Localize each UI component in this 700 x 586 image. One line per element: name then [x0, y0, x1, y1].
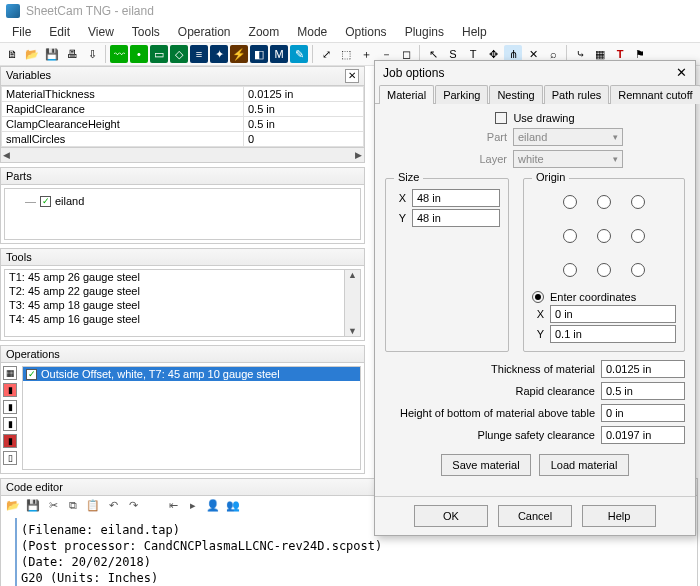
origin-point[interactable] [597, 229, 611, 243]
menu-help[interactable]: Help [454, 23, 495, 41]
origin-point[interactable] [597, 195, 611, 209]
open-icon[interactable]: 📂 [23, 45, 41, 63]
origin-point[interactable] [563, 195, 577, 209]
runfast-icon[interactable]: 👥 [225, 499, 241, 515]
save-icon[interactable]: 💾 [43, 45, 61, 63]
var-name[interactable]: RapidClearance [2, 102, 244, 117]
origin-point[interactable] [631, 195, 645, 209]
operations-list[interactable]: ✓ Outside Offset, white, T7: 45 amp 10 g… [22, 366, 361, 470]
save-material-button[interactable]: Save material [441, 454, 531, 476]
step-back-icon[interactable]: ⇤ [165, 499, 181, 515]
menu-view[interactable]: View [80, 23, 122, 41]
var-name[interactable]: MaterialThickness [2, 87, 244, 102]
var-value[interactable]: 0.5 in [244, 117, 364, 132]
use-drawing-checkbox[interactable] [495, 112, 507, 124]
open-icon[interactable]: 📂 [5, 499, 21, 515]
origin-point[interactable] [631, 263, 645, 277]
zoom-job-icon[interactable]: ⬚ [337, 45, 355, 63]
tabs-icon[interactable]: ≡ [190, 45, 208, 63]
menu-edit[interactable]: Edit [41, 23, 78, 41]
menu-file[interactable]: File [4, 23, 39, 41]
list-item[interactable]: T1: 45 amp 26 gauge steel [5, 270, 360, 284]
op-more-icon[interactable]: ▯ [3, 451, 17, 465]
pocket-icon[interactable]: ▭ [150, 45, 168, 63]
var-value[interactable]: 0.5 in [244, 102, 364, 117]
origin-point[interactable] [631, 229, 645, 243]
var-value[interactable]: 0.0125 in [244, 87, 364, 102]
list-item[interactable]: T3: 45 amp 18 gauge steel [5, 298, 360, 312]
postmacro-icon[interactable]: M [270, 45, 288, 63]
layer-combo[interactable]: white [513, 150, 623, 168]
ok-button[interactable]: OK [414, 505, 488, 527]
edit-contours-icon[interactable]: ✎ [290, 45, 308, 63]
zoom-extent-icon[interactable]: ⤢ [317, 45, 335, 63]
menu-operation[interactable]: Operation [170, 23, 239, 41]
var-value[interactable]: 0 [244, 132, 364, 147]
save-icon[interactable]: 💾 [25, 499, 41, 515]
checkbox-icon[interactable]: ✓ [40, 196, 51, 207]
tab-remnant-cutoff[interactable]: Remnant cutoff [610, 85, 700, 104]
menu-mode[interactable]: Mode [289, 23, 335, 41]
load-material-button[interactable]: Load material [539, 454, 629, 476]
tab-nesting[interactable]: Nesting [489, 85, 542, 104]
list-item[interactable]: T4: 45 amp 16 gauge steel [5, 312, 360, 326]
thickness-input[interactable]: 0.0125 in [601, 360, 685, 378]
tree-item[interactable]: — ✓ eiland [25, 195, 354, 207]
horizontal-scrollbar[interactable]: ◀▶ [1, 147, 364, 162]
cancel-button[interactable]: Cancel [498, 505, 572, 527]
redo-icon[interactable]: ↷ [125, 499, 141, 515]
vertical-scrollbar[interactable]: ▲▼ [344, 270, 360, 336]
copy-icon[interactable]: ⧉ [65, 499, 81, 515]
size-x-input[interactable]: 48 in [412, 189, 500, 207]
origin-point[interactable] [597, 263, 611, 277]
tab-parking[interactable]: Parking [435, 85, 488, 104]
op-new-icon[interactable]: ▦ [3, 366, 17, 380]
tab-material[interactable]: Material [379, 85, 434, 104]
drill-icon[interactable]: • [130, 45, 148, 63]
parts-tree[interactable]: — ✓ eiland [4, 188, 361, 240]
list-item[interactable]: ✓ Outside Offset, white, T7: 45 amp 10 g… [23, 367, 360, 381]
size-y-input[interactable]: 48 in [412, 209, 500, 227]
var-name[interactable]: ClampClearanceHeight [2, 117, 244, 132]
op-stop-icon[interactable]: ▮ [3, 434, 17, 448]
cut-icon[interactable]: ✂ [45, 499, 61, 515]
list-item[interactable]: T2: 45 amp 22 gauge steel [5, 284, 360, 298]
profile-icon[interactable]: ◇ [170, 45, 188, 63]
contour-icon[interactable]: 〰 [110, 45, 128, 63]
close-icon[interactable]: ✕ [345, 69, 359, 83]
height-input[interactable]: 0 in [601, 404, 685, 422]
op-down-icon[interactable]: ▮ [3, 417, 17, 431]
paste-icon[interactable]: 📋 [85, 499, 101, 515]
close-icon[interactable]: ✕ [676, 65, 687, 80]
shape-icon[interactable]: ◧ [250, 45, 268, 63]
menu-plugins[interactable]: Plugins [397, 23, 452, 41]
menu-options[interactable]: Options [337, 23, 394, 41]
op-del-icon[interactable]: ▮ [3, 383, 17, 397]
zoom-in-icon[interactable]: ＋ [357, 45, 375, 63]
checkbox-icon[interactable]: ✓ [26, 369, 37, 380]
var-name[interactable]: smallCircles [2, 132, 244, 147]
op-tool-icon[interactable]: ▮ [3, 400, 17, 414]
jet-icon[interactable]: ✦ [210, 45, 228, 63]
part-combo[interactable]: eiland [513, 128, 623, 146]
undo-icon[interactable]: ↶ [105, 499, 121, 515]
tab-path-rules[interactable]: Path rules [544, 85, 610, 104]
import-icon[interactable]: ⇩ [83, 45, 101, 63]
play-icon[interactable]: ▸ [185, 499, 201, 515]
rapid-input[interactable]: 0.5 in [601, 382, 685, 400]
origin-point[interactable] [563, 229, 577, 243]
menu-zoom[interactable]: Zoom [241, 23, 288, 41]
origin-point[interactable] [563, 263, 577, 277]
new-icon[interactable]: 🗎 [3, 45, 21, 63]
use-drawing-label: Use drawing [513, 112, 574, 124]
tools-list[interactable]: T1: 45 amp 26 gauge steel T2: 45 amp 22 … [4, 269, 361, 337]
plasma-icon[interactable]: ⚡ [230, 45, 248, 63]
enter-coordinates-radio[interactable] [532, 291, 544, 303]
print-icon[interactable]: 🖶 [63, 45, 81, 63]
plunge-input[interactable]: 0.0197 in [601, 426, 685, 444]
origin-x-input[interactable]: 0 in [550, 305, 676, 323]
menu-tools[interactable]: Tools [124, 23, 168, 41]
run-icon[interactable]: 👤 [205, 499, 221, 515]
help-button[interactable]: Help [582, 505, 656, 527]
origin-y-input[interactable]: 0.1 in [550, 325, 676, 343]
